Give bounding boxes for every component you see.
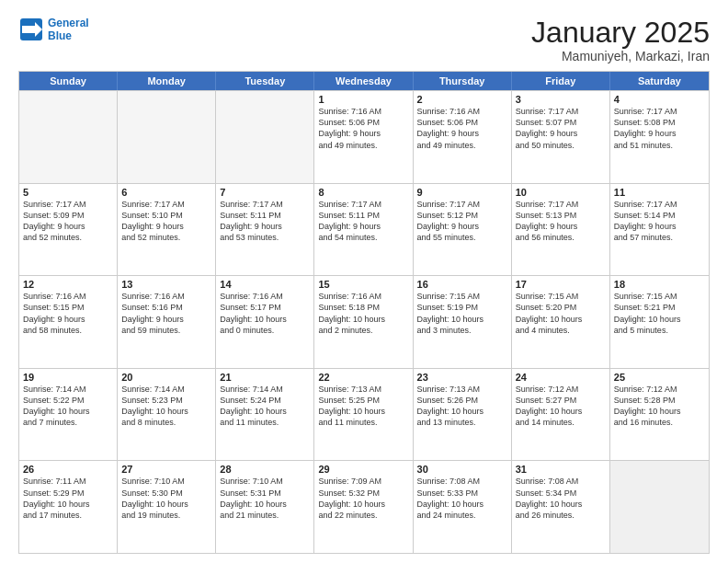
- day-info: Sunrise: 7:08 AM Sunset: 5:33 PM Dayligh…: [417, 476, 507, 521]
- svg-rect-2: [22, 26, 35, 33]
- calendar-cell: 27Sunrise: 7:10 AM Sunset: 5:30 PM Dayli…: [118, 461, 216, 553]
- day-info: Sunrise: 7:11 AM Sunset: 5:29 PM Dayligh…: [23, 476, 113, 521]
- day-number: 15: [318, 279, 408, 290]
- day-info: Sunrise: 7:15 AM Sunset: 5:21 PM Dayligh…: [614, 291, 705, 336]
- day-info: Sunrise: 7:12 AM Sunset: 5:27 PM Dayligh…: [516, 384, 606, 429]
- day-number: 23: [417, 372, 507, 383]
- day-info: Sunrise: 7:12 AM Sunset: 5:28 PM Dayligh…: [614, 384, 705, 429]
- calendar-cell: 6Sunrise: 7:17 AM Sunset: 5:10 PM Daylig…: [118, 184, 216, 276]
- day-info: Sunrise: 7:16 AM Sunset: 5:16 PM Dayligh…: [121, 291, 211, 336]
- day-info: Sunrise: 7:13 AM Sunset: 5:26 PM Dayligh…: [417, 384, 507, 429]
- calendar-cell: 25Sunrise: 7:12 AM Sunset: 5:28 PM Dayli…: [610, 369, 709, 461]
- day-number: 25: [614, 372, 705, 383]
- day-info: Sunrise: 7:17 AM Sunset: 5:11 PM Dayligh…: [318, 199, 408, 244]
- calendar-cell: 29Sunrise: 7:09 AM Sunset: 5:32 PM Dayli…: [314, 461, 413, 553]
- day-info: Sunrise: 7:09 AM Sunset: 5:32 PM Dayligh…: [318, 476, 408, 521]
- day-info: Sunrise: 7:14 AM Sunset: 5:23 PM Dayligh…: [121, 384, 211, 429]
- day-number: 11: [614, 187, 705, 198]
- day-number: 20: [121, 372, 211, 383]
- day-number: 6: [121, 187, 211, 198]
- day-number: 9: [417, 187, 507, 198]
- day-number: 26: [23, 464, 113, 475]
- calendar-cell: 20Sunrise: 7:14 AM Sunset: 5:23 PM Dayli…: [118, 369, 216, 461]
- calendar-cell: 14Sunrise: 7:16 AM Sunset: 5:17 PM Dayli…: [216, 276, 314, 368]
- calendar-cell: 15Sunrise: 7:16 AM Sunset: 5:18 PM Dayli…: [314, 276, 413, 368]
- calendar-row-2: 5Sunrise: 7:17 AM Sunset: 5:09 PM Daylig…: [19, 183, 709, 276]
- calendar-cell: 2Sunrise: 7:16 AM Sunset: 5:06 PM Daylig…: [414, 91, 512, 183]
- calendar-cell: 10Sunrise: 7:17 AM Sunset: 5:13 PM Dayli…: [512, 184, 610, 276]
- calendar-cell: 13Sunrise: 7:16 AM Sunset: 5:16 PM Dayli…: [118, 276, 216, 368]
- day-info: Sunrise: 7:10 AM Sunset: 5:30 PM Dayligh…: [121, 476, 211, 521]
- location: Mamuniyeh, Markazi, Iran: [531, 49, 710, 63]
- calendar-cell: 24Sunrise: 7:12 AM Sunset: 5:27 PM Dayli…: [512, 369, 610, 461]
- day-info: Sunrise: 7:13 AM Sunset: 5:25 PM Dayligh…: [318, 384, 408, 429]
- calendar-cell: [610, 461, 709, 553]
- month-title: January 2025: [531, 17, 710, 49]
- page: General Blue January 2025 Mamuniyeh, Mar…: [0, 0, 728, 563]
- day-info: Sunrise: 7:16 AM Sunset: 5:06 PM Dayligh…: [318, 106, 408, 151]
- logo: General Blue: [18, 17, 89, 42]
- day-info: Sunrise: 7:10 AM Sunset: 5:31 PM Dayligh…: [220, 476, 310, 521]
- logo-icon: [18, 17, 44, 42]
- calendar-cell: 8Sunrise: 7:17 AM Sunset: 5:11 PM Daylig…: [314, 184, 413, 276]
- day-number: 28: [220, 464, 310, 475]
- day-info: Sunrise: 7:08 AM Sunset: 5:34 PM Dayligh…: [516, 476, 606, 521]
- day-number: 5: [23, 187, 113, 198]
- day-info: Sunrise: 7:17 AM Sunset: 5:08 PM Dayligh…: [614, 106, 705, 151]
- calendar-body: 1Sunrise: 7:16 AM Sunset: 5:06 PM Daylig…: [19, 90, 709, 553]
- calendar-cell: 31Sunrise: 7:08 AM Sunset: 5:34 PM Dayli…: [512, 461, 610, 553]
- day-info: Sunrise: 7:15 AM Sunset: 5:19 PM Dayligh…: [417, 291, 507, 336]
- calendar-cell: 21Sunrise: 7:14 AM Sunset: 5:24 PM Dayli…: [216, 369, 314, 461]
- calendar-cell: 4Sunrise: 7:17 AM Sunset: 5:08 PM Daylig…: [610, 91, 709, 183]
- calendar-cell: 3Sunrise: 7:17 AM Sunset: 5:07 PM Daylig…: [512, 91, 610, 183]
- calendar-cell: 11Sunrise: 7:17 AM Sunset: 5:14 PM Dayli…: [610, 184, 709, 276]
- calendar-cell: 19Sunrise: 7:14 AM Sunset: 5:22 PM Dayli…: [19, 369, 118, 461]
- day-number: 13: [121, 279, 211, 290]
- calendar-cell: 12Sunrise: 7:16 AM Sunset: 5:15 PM Dayli…: [19, 276, 118, 368]
- day-number: 24: [516, 372, 606, 383]
- calendar-cell: 30Sunrise: 7:08 AM Sunset: 5:33 PM Dayli…: [414, 461, 512, 553]
- calendar-row-3: 12Sunrise: 7:16 AM Sunset: 5:15 PM Dayli…: [19, 275, 709, 368]
- calendar-cell: 26Sunrise: 7:11 AM Sunset: 5:29 PM Dayli…: [19, 461, 118, 553]
- day-number: 27: [121, 464, 211, 475]
- day-number: 1: [318, 94, 408, 105]
- calendar-cell: 9Sunrise: 7:17 AM Sunset: 5:12 PM Daylig…: [414, 184, 512, 276]
- day-info: Sunrise: 7:14 AM Sunset: 5:22 PM Dayligh…: [23, 384, 113, 429]
- day-info: Sunrise: 7:17 AM Sunset: 5:11 PM Dayligh…: [220, 199, 310, 244]
- day-info: Sunrise: 7:17 AM Sunset: 5:12 PM Dayligh…: [417, 199, 507, 244]
- day-number: 7: [220, 187, 310, 198]
- day-number: 10: [516, 187, 606, 198]
- day-number: 14: [220, 279, 310, 290]
- title-block: January 2025 Mamuniyeh, Markazi, Iran: [531, 17, 710, 63]
- logo-text: General Blue: [48, 17, 89, 42]
- day-info: Sunrise: 7:16 AM Sunset: 5:18 PM Dayligh…: [318, 291, 408, 336]
- header: General Blue January 2025 Mamuniyeh, Mar…: [18, 17, 710, 63]
- day-number: 17: [516, 279, 606, 290]
- calendar-row-5: 26Sunrise: 7:11 AM Sunset: 5:29 PM Dayli…: [19, 460, 709, 553]
- day-info: Sunrise: 7:17 AM Sunset: 5:13 PM Dayligh…: [516, 199, 606, 244]
- day-number: 16: [417, 279, 507, 290]
- day-header-friday: Friday: [512, 72, 610, 90]
- calendar-header: SundayMondayTuesdayWednesdayThursdayFrid…: [19, 72, 709, 90]
- calendar-cell: [19, 91, 118, 183]
- calendar-cell: 16Sunrise: 7:15 AM Sunset: 5:19 PM Dayli…: [414, 276, 512, 368]
- day-number: 8: [318, 187, 408, 198]
- day-info: Sunrise: 7:17 AM Sunset: 5:10 PM Dayligh…: [121, 199, 211, 244]
- day-number: 12: [23, 279, 113, 290]
- day-info: Sunrise: 7:16 AM Sunset: 5:17 PM Dayligh…: [220, 291, 310, 336]
- day-header-thursday: Thursday: [414, 72, 512, 90]
- day-number: 4: [614, 94, 705, 105]
- calendar-cell: 28Sunrise: 7:10 AM Sunset: 5:31 PM Dayli…: [216, 461, 314, 553]
- calendar-cell: 18Sunrise: 7:15 AM Sunset: 5:21 PM Dayli…: [610, 276, 709, 368]
- day-number: 31: [516, 464, 606, 475]
- calendar-cell: 7Sunrise: 7:17 AM Sunset: 5:11 PM Daylig…: [216, 184, 314, 276]
- day-info: Sunrise: 7:17 AM Sunset: 5:09 PM Dayligh…: [23, 199, 113, 244]
- calendar-row-4: 19Sunrise: 7:14 AM Sunset: 5:22 PM Dayli…: [19, 368, 709, 461]
- day-info: Sunrise: 7:16 AM Sunset: 5:06 PM Dayligh…: [417, 106, 507, 151]
- day-number: 19: [23, 372, 113, 383]
- calendar-cell: 22Sunrise: 7:13 AM Sunset: 5:25 PM Dayli…: [314, 369, 413, 461]
- day-number: 3: [516, 94, 606, 105]
- day-number: 18: [614, 279, 705, 290]
- day-header-wednesday: Wednesday: [314, 72, 413, 90]
- calendar-cell: [118, 91, 216, 183]
